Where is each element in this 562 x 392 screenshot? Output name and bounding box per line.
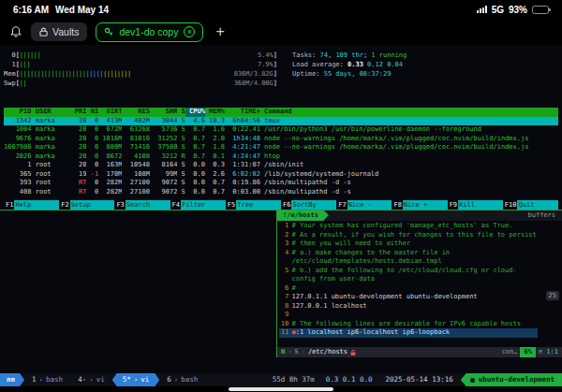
tab-title: dev1-do copy — [119, 26, 178, 37]
meter-value: 368M/4.00G — [234, 79, 274, 88]
meter-row: Swp [ || 368M/4.00G ] — [4, 79, 277, 88]
cell-command: /sbin/multipathd -d -s — [260, 188, 558, 197]
function-key-button[interactable]: F4 Filter — [170, 200, 226, 210]
cell-shr: 5736 — [150, 125, 178, 135]
line-number: 11 — [279, 328, 291, 338]
cell-mem: 0.3 — [205, 161, 225, 170]
function-key-button[interactable]: F2 Setup — [59, 200, 114, 210]
cell-pri: RT — [71, 188, 87, 197]
cell-cpu: 0.0 — [185, 161, 205, 170]
vim-line: 6 # — [279, 284, 538, 294]
notifications-bell-button[interactable] — [9, 25, 22, 38]
vim-pane[interactable]: !/e/hosts buffers 1 # Your system has co… — [277, 211, 562, 357]
function-key-number: F4 — [170, 200, 181, 210]
tmux-hostname-segment: ubuntu-development — [461, 373, 562, 386]
function-key-button[interactable]: F3 Search — [114, 200, 170, 210]
function-key-button[interactable]: F5 Tree — [226, 200, 281, 210]
col-pid: PID — [4, 108, 32, 117]
cellular-signal-icon — [477, 6, 487, 13]
cell-virt: 672M — [98, 125, 122, 135]
function-key-number: F1 — [4, 200, 14, 210]
cell-res: 10548 — [122, 161, 150, 170]
meter-bar-used: ||| — [20, 60, 30, 69]
cell-shr: 9072 — [150, 188, 178, 197]
function-key-button[interactable]: F6 SortBy — [281, 200, 336, 210]
kernel-log-pane[interactable] — [0, 211, 277, 357]
line-text: # — [291, 284, 538, 294]
hostname-label: ubuntu-development — [479, 373, 555, 386]
function-key-label: Tree — [236, 200, 281, 210]
process-row: 1342 marka 20 0 413M 402M 3044 S 4.6 10.… — [4, 117, 558, 126]
line-text: # Your system has configured 'manage_etc… — [291, 222, 538, 231]
tmux-window-item[interactable]: 1 › bash — [24, 373, 70, 386]
line-text — [291, 311, 538, 320]
cell-time: 6:02:02 — [225, 170, 260, 180]
line-number: 6 — [279, 284, 291, 294]
vaults-button[interactable]: Vaults — [31, 22, 87, 41]
line-number: 5 — [279, 267, 291, 284]
process-row: 9676 marka 20 0 1016M 81016 31252 S 0.7 … — [4, 135, 558, 144]
function-key-number: F2 — [59, 200, 69, 210]
vim-tabline: !/e/hosts buffers — [277, 211, 562, 221]
cell-user: marka — [32, 143, 71, 152]
home-indicator-area — [0, 386, 562, 392]
function-key-button[interactable]: F7 Nice - — [336, 200, 392, 210]
function-key-label: Help — [14, 200, 59, 210]
function-key-label: Nice + — [403, 200, 448, 210]
cell-pid: 2026 — [4, 152, 32, 162]
cell-user: marka — [32, 125, 71, 135]
cell-cpu: 0.7 — [185, 135, 205, 144]
new-tab-button[interactable]: + — [212, 23, 228, 40]
cell-pri: RT — [71, 179, 87, 188]
terminal-screen[interactable]: 0 [ |||||| 5.4% ] 1 [ ||| — [0, 45, 562, 373]
vim-line: 9 — [279, 311, 538, 320]
tmux-window-item[interactable]: 6 › bash — [159, 373, 205, 386]
cell-shr: 99M — [150, 170, 178, 180]
cell-time: 4:21:47 — [225, 143, 260, 152]
col-time: TIME+ — [225, 108, 260, 117]
app-toolbar: Vaults dev1-do copy × + — [0, 19, 562, 45]
line-text: # As a result, if you wish for changes t… — [291, 231, 538, 240]
tmux-window-item[interactable]: 4- › vi — [70, 373, 112, 386]
tmux-window-item[interactable]: 5* › vi — [112, 373, 160, 386]
cell-command: htop — [260, 152, 558, 162]
home-indicator[interactable] — [229, 387, 333, 391]
function-key-number: F5 — [226, 200, 236, 210]
line-number: 4 — [279, 249, 291, 267]
bell-icon — [9, 25, 22, 38]
col-virt: VIRT — [98, 108, 122, 117]
cell-ni: 0 — [86, 125, 98, 135]
vim-buffer-content[interactable]: 1 # Your system has configured 'manage_e… — [277, 221, 562, 347]
process-row: 1004 marka 20 0 672M 63268 5736 S 0.7 1.… — [4, 125, 558, 135]
cell-pri: 19 — [71, 170, 87, 180]
cell-pri: 20 — [71, 143, 87, 152]
function-key-label: SortBy — [291, 200, 336, 210]
tab-close-button[interactable]: × — [184, 26, 195, 37]
col-cpu-sorted: CPU% — [185, 108, 205, 117]
htop-pane[interactable]: 0 [ |||||| 5.4% ] 1 [ ||| — [0, 45, 562, 210]
htop-function-key-bar: F1 Help F2 Setup F3 Search F4 Filter F5 … — [4, 200, 558, 210]
line-number: 8 — [279, 302, 291, 312]
function-key-button[interactable]: F9 Kill — [448, 200, 503, 210]
cell-virt: 282M — [98, 188, 122, 197]
function-key-button[interactable]: F1 Help — [4, 200, 59, 210]
process-row: 1667986 marka 20 0 880M 71416 37580 S 0.… — [4, 143, 558, 152]
function-key-number: F6 — [281, 200, 291, 210]
cell-ni: 0 — [86, 161, 98, 170]
cell-ni: -1 — [86, 170, 98, 180]
function-key-button[interactable]: F8 Nice + — [392, 200, 447, 210]
cell-state: S — [177, 170, 185, 180]
cell-state: S — [177, 161, 185, 170]
cell-mem: 0.1 — [205, 152, 225, 162]
status-time-date: 6:16 AM Wed May 14 — [13, 5, 109, 15]
vim-buffer-tab[interactable]: !/e/hosts — [277, 211, 324, 221]
cell-pid: 408 — [4, 188, 32, 197]
cell-state: R — [177, 152, 185, 162]
col-shr: SHR — [150, 108, 178, 117]
cell-pri: 20 — [71, 117, 87, 126]
process-table-header[interactable]: PID USER PRI NI VIRT RES SHR S CPU% MEM%… — [4, 108, 558, 117]
cell-ni: 0 — [86, 188, 98, 197]
function-key-button[interactable]: F10 Quit — [503, 200, 558, 210]
meter-bar: |||||| 5.4% — [20, 51, 274, 60]
terminal-tab-active[interactable]: dev1-do copy × — [96, 22, 203, 42]
